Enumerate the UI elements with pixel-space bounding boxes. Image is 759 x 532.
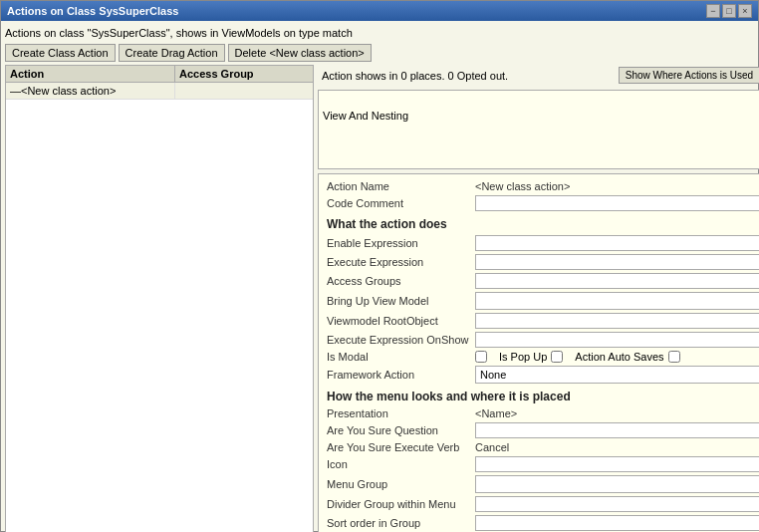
col-header-access-group: Access Group — [175, 66, 313, 82]
enable-expression-input[interactable] — [475, 235, 759, 251]
maximize-button[interactable]: □ — [722, 4, 736, 18]
execute-expression-onshow-label: Execute Expression OnShow — [327, 334, 471, 346]
delete-action-button[interactable]: Delete <New class action> — [228, 44, 372, 62]
window-controls: − □ × — [706, 4, 752, 18]
status-row: Action shows in 0 places. 0 Opted out. S… — [318, 65, 759, 86]
code-comment-row: Code Comment — [327, 195, 759, 211]
menu-group-select[interactable] — [475, 475, 759, 493]
bring-up-view-model-label: Bring Up View Model — [327, 295, 471, 307]
action-auto-saves-label: Action Auto Saves — [575, 351, 663, 363]
minimize-button[interactable]: − — [706, 4, 720, 18]
execute-expression-onshow-input[interactable] — [475, 332, 759, 348]
icon-row: Icon ... — [327, 456, 759, 472]
access-groups-label: Access Groups — [327, 275, 471, 287]
menu-group-label: Menu Group — [327, 478, 471, 490]
are-you-sure-question-label: Are You Sure Question — [327, 424, 471, 436]
bring-up-view-model-row: Bring Up View Model — [327, 292, 759, 310]
toolbar: Create Class Action Create Drag Action D… — [5, 44, 754, 62]
execute-expression-onshow-row: Execute Expression OnShow — [327, 332, 759, 348]
bring-up-view-model-select[interactable] — [475, 292, 759, 310]
title-bar: Actions on Class SysSuperClass − □ × — [1, 1, 758, 21]
cell-action: —<New class action> — [6, 83, 175, 99]
modal-popup-row: Is Modal Is Pop Up Action Auto Saves — [327, 351, 759, 363]
col-header-action: Action — [6, 66, 175, 82]
action-name-label: Action Name — [327, 180, 471, 192]
divider-group-row: Divider Group within Menu — [327, 496, 759, 512]
is-modal-checkbox[interactable] — [475, 351, 487, 363]
presentation-value: <Name> — [475, 407, 759, 419]
is-pop-up-label: Is Pop Up — [499, 351, 547, 363]
cell-access-group — [175, 83, 313, 99]
divider-group-input[interactable] — [475, 496, 759, 512]
sort-order-row: Sort order in Group — [327, 515, 759, 531]
access-groups-input[interactable] — [475, 273, 759, 289]
are-you-sure-question-row: Are You Sure Question — [327, 422, 759, 438]
viewmodel-rootobject-input[interactable] — [475, 313, 759, 329]
are-you-sure-execute-value: Cancel — [475, 441, 759, 453]
status-buttons: Show Where Actions is Used Toggle Opt Ou… — [619, 67, 759, 84]
execute-expression-label: Execute Expression — [327, 256, 471, 268]
table-header: Action Access Group — [6, 66, 313, 83]
icon-input[interactable] — [475, 456, 759, 472]
framework-action-row: Framework Action None — [327, 366, 759, 384]
status-text: Action shows in 0 places. 0 Opted out. — [322, 70, 613, 82]
code-comment-input[interactable] — [475, 195, 759, 211]
framework-action-select[interactable]: None — [475, 366, 759, 384]
enable-expression-row: Enable Expression ... — [327, 235, 759, 251]
presentation-row: Presentation <Name> — [327, 407, 759, 419]
action-name-value: <New class action> — [475, 180, 759, 192]
window-title: Actions on Class SysSuperClass — [7, 5, 178, 17]
menu-group-row: Menu Group ... — [327, 475, 759, 493]
access-groups-row: Access Groups — [327, 273, 759, 289]
table-row[interactable]: —<New class action> — [6, 83, 313, 100]
framework-action-label: Framework Action — [327, 369, 471, 381]
actions-table: Action Access Group —<New class action> — [5, 65, 314, 532]
viewmodel-rootobject-row: Viewmodel RootObject ... — [327, 313, 759, 329]
action-name-row: Action Name <New class action> — [327, 180, 759, 192]
action-auto-saves-checkbox[interactable] — [668, 351, 680, 363]
create-drag-action-button[interactable]: Create Drag Action — [119, 44, 225, 62]
framework-action-select-group: None — [475, 366, 759, 384]
are-you-sure-question-input[interactable] — [475, 422, 759, 438]
execute-expression-row: Execute Expression ... — [327, 254, 759, 270]
execute-expression-input[interactable] — [475, 254, 759, 270]
main-window: Actions on Class SysSuperClass − □ × Act… — [0, 0, 759, 532]
enable-expression-label: Enable Expression — [327, 237, 471, 249]
show-where-button[interactable]: Show Where Actions is Used — [619, 67, 759, 84]
right-panel: Action shows in 0 places. 0 Opted out. S… — [318, 65, 759, 532]
detail-panel: Action Name <New class action> Code Comm… — [318, 173, 759, 532]
main-split: Action Access Group —<New class action> … — [5, 65, 754, 532]
sort-order-label: Sort order in Group — [327, 517, 471, 529]
opt-header: Opt In — [323, 95, 759, 108]
viewmodel-rootobject-label: Viewmodel RootObject — [327, 315, 471, 327]
view-nesting-label: View And Nesting — [323, 110, 408, 122]
create-class-action-button[interactable]: Create Class Action — [5, 44, 116, 62]
menu-group-select-group: ... — [475, 475, 759, 493]
section-menu-heading: How the menu looks and where it is place… — [327, 390, 759, 403]
top-description: Actions on class "SysSuperClass", shows … — [5, 25, 754, 41]
left-panel: Action Access Group —<New class action> — [5, 65, 314, 532]
are-you-sure-execute-verb-label: Are You Sure Execute Verb — [327, 441, 471, 453]
section-what-heading: What the action does — [327, 217, 759, 231]
close-button[interactable]: × — [738, 4, 752, 18]
code-comment-label: Code Comment — [327, 197, 471, 209]
content-area: Actions on class "SysSuperClass", shows … — [1, 21, 758, 532]
presentation-label: Presentation — [327, 407, 471, 419]
sort-order-input[interactable] — [475, 515, 759, 531]
icon-label: Icon — [327, 458, 471, 470]
bring-up-view-model-select-group — [475, 292, 759, 310]
is-pop-up-checkbox[interactable] — [551, 351, 563, 363]
is-modal-label: Is Modal — [327, 351, 471, 363]
upper-right-panel: Opt In View And Nesting — [318, 90, 759, 169]
view-nesting-row: View And Nesting — [323, 110, 759, 122]
are-you-sure-execute-verb-row: Are You Sure Execute Verb Cancel — [327, 441, 759, 453]
divider-group-label: Divider Group within Menu — [327, 498, 471, 510]
